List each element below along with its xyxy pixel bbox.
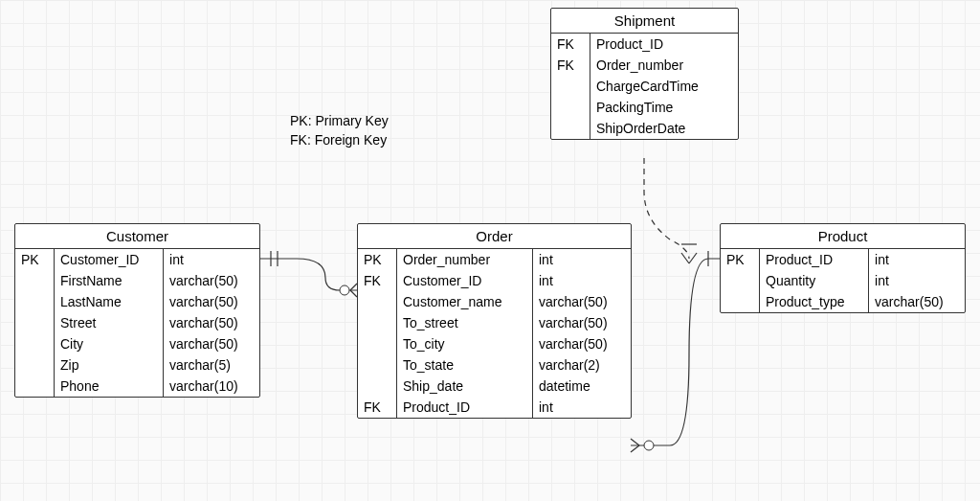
table-row: Phonevarchar(10) — [15, 376, 259, 397]
entity-title: Order — [358, 224, 631, 249]
svg-line-6 — [631, 439, 639, 445]
table-row: Zipvarchar(5) — [15, 354, 259, 376]
entity-table: FKProduct_ID FKOrder_number ChargeCardTi… — [551, 34, 738, 139]
erd-canvas: PK: Primary Key FK: Foreign Key Shipment… — [0, 0, 980, 501]
rel-order-product — [631, 259, 720, 445]
table-row: FirstNamevarchar(50) — [15, 270, 259, 291]
table-row: PKCustomer_IDint — [15, 249, 259, 270]
entity-shipment: Shipment FKProduct_ID FKOrder_number Cha… — [550, 8, 739, 140]
table-row: Streetvarchar(50) — [15, 312, 259, 333]
table-row: Cityvarchar(50) — [15, 333, 259, 354]
entity-title: Shipment — [551, 9, 738, 34]
rel-shipment-order — [644, 158, 689, 259]
table-row: FKProduct_ID — [551, 34, 738, 55]
table-row: FKCustomer_IDint — [358, 270, 631, 291]
legend-fk: FK: Foreign Key — [290, 131, 389, 150]
table-row: Customer_namevarchar(50) — [358, 291, 631, 312]
entity-table: PKOrder_numberint FKCustomer_IDint Custo… — [358, 249, 631, 418]
legend: PK: Primary Key FK: Foreign Key — [290, 112, 389, 149]
table-row: FKProduct_IDint — [358, 397, 631, 418]
table-row: PKOrder_numberint — [358, 249, 631, 270]
table-row: ShipOrderDate — [551, 118, 738, 139]
table-row: To_streetvarchar(50) — [358, 312, 631, 333]
table-row: ChargeCardTime — [551, 76, 738, 97]
entity-table: PKCustomer_IDint FirstNamevarchar(50) La… — [15, 249, 259, 397]
table-row: Product_typevarchar(50) — [721, 291, 965, 312]
table-row: LastNamevarchar(50) — [15, 291, 259, 312]
entity-customer: Customer PKCustomer_IDint FirstNamevarch… — [14, 223, 260, 398]
svg-point-2 — [340, 285, 349, 295]
table-row: PKProduct_IDint — [721, 249, 965, 270]
entity-order: Order PKOrder_numberint FKCustomer_IDint… — [357, 223, 632, 419]
table-row: FKOrder_number — [551, 55, 738, 76]
entity-table: PKProduct_IDint Quantityint Product_type… — [721, 249, 965, 312]
svg-line-7 — [631, 445, 639, 452]
entity-title: Product — [721, 224, 965, 249]
table-row: To_cityvarchar(50) — [358, 333, 631, 354]
svg-line-4 — [350, 290, 357, 297]
svg-point-5 — [644, 441, 654, 450]
svg-line-10 — [689, 253, 697, 263]
table-row: Ship_datedatetime — [358, 376, 631, 397]
svg-line-9 — [681, 253, 689, 263]
table-row: To_statevarchar(2) — [358, 354, 631, 376]
table-row: Quantityint — [721, 270, 965, 291]
rel-customer-order — [259, 259, 357, 290]
legend-pk: PK: Primary Key — [290, 112, 389, 131]
table-row: PackingTime — [551, 97, 738, 118]
entity-title: Customer — [15, 224, 259, 249]
svg-line-3 — [350, 284, 357, 290]
entity-product: Product PKProduct_IDint Quantityint Prod… — [720, 223, 966, 313]
